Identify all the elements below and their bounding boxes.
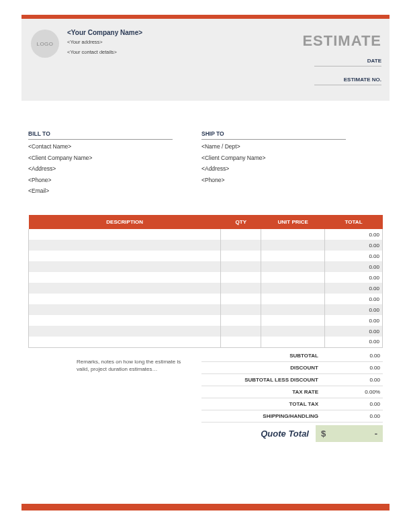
summary-tax-rate: TAX RATE 0.00% [201, 386, 383, 398]
cell-unit_price[interactable] [261, 315, 325, 326]
summary-discount: DISCOUNT 0.00 [201, 362, 383, 374]
cell-unit_price[interactable] [261, 304, 325, 315]
summary-total-tax: TOTAL TAX 0.00 [201, 398, 383, 410]
table-row[interactable]: 0.00 [29, 240, 383, 251]
ship-to-block[interactable]: <Name / Dept> <Client Company Name> <Add… [201, 141, 265, 185]
cell-qty[interactable] [221, 240, 261, 251]
table-row[interactable]: 0.00 [29, 261, 383, 272]
cell-total[interactable]: 0.00 [325, 294, 383, 304]
quote-total-value: $ - [316, 425, 383, 442]
summary-value: 0.00 [332, 413, 380, 419]
table-row[interactable]: 0.00 [29, 229, 383, 240]
table-row[interactable]: 0.00 [29, 283, 383, 294]
bill-to-line: <Client Company Name> [28, 152, 92, 164]
cell-total[interactable]: 0.00 [325, 326, 383, 337]
cell-unit_price[interactable] [261, 326, 325, 337]
summary-subtotal: SUBTOTAL 0.00 [201, 350, 383, 362]
bottom-accent-bar [21, 504, 390, 511]
cell-total[interactable]: 0.00 [325, 337, 383, 347]
quote-total-row: Quote Total $ - [201, 425, 383, 442]
company-contact: <Your contact details> [67, 49, 142, 56]
cell-qty[interactable] [221, 261, 261, 272]
cell-description[interactable] [29, 240, 221, 251]
cell-total[interactable]: 0.00 [325, 283, 383, 294]
summary-value: 0.00% [332, 389, 380, 395]
ship-to-line: <Phone> [201, 175, 265, 186]
cell-description[interactable] [29, 229, 221, 240]
bill-to-line: <Email> [28, 185, 92, 197]
cell-qty[interactable] [221, 326, 261, 337]
remarks-text[interactable]: Remarks, notes on how long the estimate … [77, 359, 191, 373]
col-header-description: DESCRIPTION [29, 215, 221, 229]
cell-description[interactable] [29, 251, 221, 261]
cell-description[interactable] [29, 337, 221, 347]
summary-value: 0.00 [332, 353, 380, 359]
date-field[interactable]: DATE [314, 58, 381, 66]
cell-description[interactable] [29, 294, 221, 304]
company-info: <Your Company Name> <Your address> <Your… [67, 28, 142, 58]
cell-qty[interactable] [221, 229, 261, 240]
cell-unit_price[interactable] [261, 337, 325, 347]
cell-total[interactable]: 0.00 [325, 261, 383, 272]
cell-qty[interactable] [221, 272, 261, 283]
cell-unit_price[interactable] [261, 272, 325, 283]
cell-description[interactable] [29, 326, 221, 337]
cell-qty[interactable] [221, 315, 261, 326]
document-title: ESTIMATE [302, 32, 381, 50]
company-name: <Your Company Name> [67, 28, 142, 38]
cell-total[interactable]: 0.00 [325, 240, 383, 251]
summary-label: DISCOUNT [204, 365, 332, 371]
col-header-qty: QTY [221, 215, 261, 229]
bill-to-line: <Address> [28, 163, 92, 175]
cell-qty[interactable] [221, 283, 261, 294]
cell-description[interactable] [29, 261, 221, 272]
summary-value: 0.00 [332, 401, 380, 407]
quote-total-currency: $ [321, 429, 326, 439]
cell-qty[interactable] [221, 337, 261, 347]
cell-qty[interactable] [221, 294, 261, 304]
col-header-total: TOTAL [325, 215, 383, 229]
cell-unit_price[interactable] [261, 294, 325, 304]
bill-to-label: BILL TO [28, 130, 173, 140]
cell-total[interactable]: 0.00 [325, 304, 383, 315]
cell-unit_price[interactable] [261, 251, 325, 261]
cell-total[interactable]: 0.00 [325, 272, 383, 283]
cell-qty[interactable] [221, 251, 261, 261]
summary-label: SHIPPING/HANDLING [204, 413, 332, 419]
cell-total[interactable]: 0.00 [325, 229, 383, 240]
cell-total[interactable]: 0.00 [325, 251, 383, 261]
summary-value: 0.00 [332, 365, 380, 371]
quote-total-label: Quote Total [201, 429, 316, 439]
summary-label: TAX RATE [204, 389, 332, 395]
cell-unit_price[interactable] [261, 240, 325, 251]
table-row[interactable]: 0.00 [29, 272, 383, 283]
ship-to-line: <Address> [201, 163, 265, 175]
summary-label: SUBTOTAL LESS DISCOUNT [204, 377, 332, 383]
summary-subtotal-less-discount: SUBTOTAL LESS DISCOUNT 0.00 [201, 374, 383, 386]
summary-shipping: SHIPPING/HANDLING 0.00 [201, 410, 383, 423]
summary-block: SUBTOTAL 0.00 DISCOUNT 0.00 SUBTOTAL LES… [201, 350, 383, 442]
col-header-unit-price: UNIT PRICE [261, 215, 325, 229]
cell-description[interactable] [29, 283, 221, 294]
cell-description[interactable] [29, 304, 221, 315]
bill-to-block[interactable]: <Contact Name> <Client Company Name> <Ad… [28, 141, 92, 197]
estimate-number-field[interactable]: ESTIMATE NO. [314, 77, 381, 85]
table-row[interactable]: 0.00 [29, 315, 383, 326]
cell-qty[interactable] [221, 304, 261, 315]
bill-to-line: <Phone> [28, 175, 92, 186]
cell-description[interactable] [29, 272, 221, 283]
cell-total[interactable]: 0.00 [325, 315, 383, 326]
line-items-table: DESCRIPTION QTY UNIT PRICE TOTAL 0.000.0… [28, 215, 383, 348]
table-row[interactable]: 0.00 [29, 251, 383, 261]
table-row[interactable]: 0.00 [29, 294, 383, 304]
summary-label: SUBTOTAL [204, 353, 332, 359]
table-row[interactable]: 0.00 [29, 304, 383, 315]
cell-description[interactable] [29, 315, 221, 326]
summary-label: TOTAL TAX [204, 401, 332, 407]
company-address: <Your address> [67, 39, 142, 46]
cell-unit_price[interactable] [261, 229, 325, 240]
table-row[interactable]: 0.00 [29, 337, 383, 347]
table-row[interactable]: 0.00 [29, 326, 383, 337]
cell-unit_price[interactable] [261, 283, 325, 294]
cell-unit_price[interactable] [261, 261, 325, 272]
